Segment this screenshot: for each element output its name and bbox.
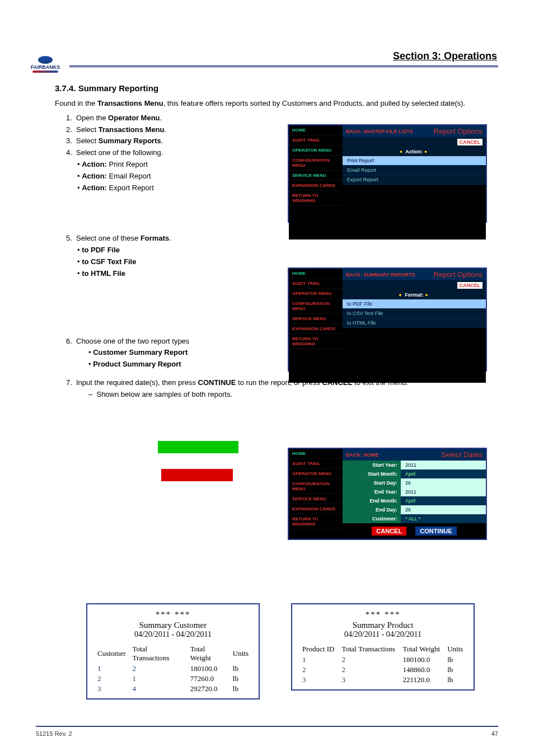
opt-export-report[interactable]: Export Report [343,175,486,185]
table-row: 2177260.0lb [94,674,252,684]
nav-home[interactable]: HOME [289,449,343,459]
nav-service-menu[interactable]: SERVICE MENU [289,494,343,504]
card-date-range: 04/20/2011 - 04/20/2011 [299,630,467,639]
cancel-button[interactable]: CANCEL [372,527,406,536]
opt-email-report[interactable]: Email Report [343,166,486,175]
nav-return-weighing[interactable]: RETURN TO WEIGHING [289,334,343,349]
table-row: 34292720.0lb [94,684,252,694]
nav-config-menu[interactable]: CONFIGURATION MENU [289,156,343,171]
nav-audit-trail[interactable]: AUDIT TRAIL [289,135,343,145]
input-end-year[interactable]: 2011 [401,487,486,496]
screenshot-report-options-format: HOME AUDIT TRAIL OPERATOR MENU CONFIGURA… [288,267,487,372]
card-title: Summary Product [299,621,467,630]
subsection-heading: 3.7.4. Summary Reporting [55,83,498,93]
nav-service-menu[interactable]: SERVICE MENU [289,171,343,181]
nav-expansion-cards[interactable]: EXPANSION CARDS [289,504,343,514]
nav-audit-trail[interactable]: AUDIT TRAIL [289,279,343,289]
panel-title: Report Options [434,270,483,279]
product-table: Product ID Total Transactions Total Weig… [299,644,467,685]
label-start-day: Start Day: [343,478,401,487]
step-5-opt-csv: • to CSF Text File [77,256,498,268]
footer-doc-rev: 51215 Rev. 2 [36,730,72,737]
table-row: 22148860.0lb [299,665,467,675]
nav-operator-menu[interactable]: OPERATOR MENU [289,145,343,156]
step-5-opt-pdf: • to PDF File [77,245,498,256]
cancel-button[interactable]: CANCEL [457,282,483,289]
input-end-day[interactable]: 26 [401,505,486,514]
screenshot-report-options-action: HOME AUDIT TRAIL OPERATOR MENU CONFIGURA… [288,124,487,223]
step-7-note: – Shown below are samples of both report… [88,389,498,401]
panel-title: Report Options [434,127,483,135]
label-start-year: Start Year: [343,461,401,469]
table-row: 33221120.0lb [299,675,467,685]
intro-paragraph: Found in the Transactions Menu, this fea… [55,98,498,109]
input-end-month[interactable]: April [401,496,486,505]
nav-audit-trail[interactable]: AUDIT TRAIL [289,459,343,469]
customer-table: Customer Total Transactions Total Weight… [94,644,252,694]
highlight-customer-report [158,441,238,453]
highlight-product-report [161,469,233,481]
card-date-range: 04/20/2011 - 04/20/2011 [94,630,252,639]
input-start-month[interactable]: April [401,469,486,478]
header-rule [69,65,498,68]
label-end-day: End Day: [343,505,401,514]
sample-customer-report: *** *** Summary Customer 04/20/2011 - 04… [86,603,260,699]
sample-product-report: *** *** Summary Product 04/20/2011 - 04/… [291,603,475,691]
screenshot-select-dates: HOME AUDIT TRAIL OPERATOR MENU CONFIGURA… [288,448,487,540]
nav-return-weighing[interactable]: RETURN TO WEIGHING [289,191,343,206]
label-customer: Customer: [343,514,401,523]
nav-return-weighing[interactable]: RETURN TO WEIGHING [289,514,343,529]
label-end-month: End Month: [343,496,401,505]
nav-home[interactable]: HOME [289,269,343,279]
input-start-year[interactable]: 2011 [401,461,486,469]
panel-title: Select Dates [441,450,483,459]
input-customer[interactable]: * ALL * [401,514,486,523]
nav-service-menu[interactable]: SERVICE MENU [289,314,343,324]
nav-config-menu[interactable]: CONFIGURATION MENU [289,299,343,314]
continue-button[interactable]: CONTINUE [415,527,456,536]
opt-to-pdf[interactable]: to PDF File [343,299,486,309]
nav-operator-menu[interactable]: OPERATOR MENU [289,469,343,479]
nav-config-menu[interactable]: CONFIGURATION MENU [289,479,343,494]
card-title: Summary Customer [94,621,252,630]
nav-expansion-cards[interactable]: EXPANSION CARDS [289,324,343,334]
opt-to-csv[interactable]: to CSV Text File [343,309,486,318]
table-row: 12180100.0lb [299,655,467,665]
opt-to-html[interactable]: to HTML File [343,318,486,328]
opt-print-report[interactable]: Print Report [343,156,486,166]
brand-logo: FAIRBANKS [30,56,60,78]
input-start-day[interactable]: 26 [401,478,486,487]
step-1: 1.Open the Operator Menu. [66,112,498,124]
page-footer: 51215 Rev. 2 47 [36,726,498,737]
cancel-button[interactable]: CANCEL [457,139,483,145]
back-link[interactable]: BACK: HOME [346,452,379,458]
nav-expansion-cards[interactable]: EXPANSION CARDS [289,181,343,191]
footer-page-number: 47 [491,730,498,737]
label-start-month: Start Month: [343,469,401,478]
back-link[interactable]: BACK: SUMMARY REPORTS [346,272,415,278]
format-label: Format: [405,292,424,298]
back-link[interactable]: BACK: MASTER FILE LISTS [346,129,413,134]
action-label: Action: [405,149,423,154]
nav-home[interactable]: HOME [289,125,343,135]
table-row: 12180100.0lb [94,664,252,674]
section-title: Section 3: Operations [36,50,497,62]
label-end-year: End Year: [343,487,401,496]
nav-operator-menu[interactable]: OPERATOR MENU [289,289,343,299]
